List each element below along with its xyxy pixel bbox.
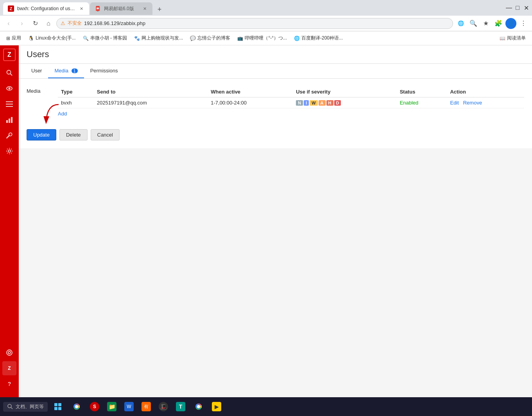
tab-user[interactable]: User [25, 64, 48, 78]
maximize-button[interactable]: □ [515, 5, 520, 11]
bookmark-baidu[interactable]: 🌐 百度翻译-200种语... [291, 33, 346, 43]
tab-nav: User Media 1 Permissions [19, 64, 532, 79]
table-row: bvxh 2025197191@qq.com 1-7,00:00-24:00 N… [58, 97, 524, 108]
th-status: Status [397, 86, 447, 97]
menu-icon[interactable]: ⋮ [518, 18, 529, 29]
minimize-button[interactable]: — [506, 5, 512, 11]
sidebar-item-user[interactable]: Z [2, 361, 16, 375]
zabbix-logo[interactable]: Z [3, 49, 16, 61]
bookmark-reading[interactable]: 📖 阅读清单 [496, 33, 529, 43]
cell-severity: N I W A H D [293, 97, 396, 108]
new-tab-button[interactable]: + [154, 4, 165, 15]
tab-close-1[interactable]: ✕ [78, 5, 84, 12]
taskbar-taskview[interactable] [49, 399, 66, 414]
svg-point-11 [7, 350, 12, 355]
svg-point-14 [8, 404, 11, 408]
svg-rect-5 [6, 104, 13, 104]
bookmark-label-blog: 忘情公子的博客 [197, 35, 230, 41]
cancel-button[interactable]: Cancel [91, 129, 120, 140]
svg-rect-16 [54, 403, 57, 406]
sidebar-item-gear[interactable] [2, 144, 16, 158]
tab-title-2: 网易邮箱6.0版 [104, 5, 138, 12]
cell-send-to: 2025197191@qq.com [94, 97, 208, 108]
sidebar-item-help[interactable]: ? [2, 377, 16, 391]
add-media-link[interactable]: Add [58, 111, 67, 117]
severity-N: N [296, 100, 303, 106]
update-button[interactable]: Update [27, 129, 56, 140]
bookmark-favicon-blog: 💬 [190, 36, 196, 41]
orange-app-icon: 有 [142, 402, 151, 411]
sidebar-item-support[interactable] [2, 346, 16, 360]
sidebar-item-chart[interactable] [2, 113, 16, 127]
sidebar-item-wrench[interactable] [2, 128, 16, 142]
th-type: Type [58, 86, 94, 97]
taskbar-green-app[interactable]: 📁 [104, 399, 120, 414]
browser-frame: Z bwxh: Configuration of users ✕ 📮 网易邮箱6… [0, 0, 532, 416]
taskbar-dark-app[interactable]: 🎩 [156, 399, 171, 414]
severity-A: A [319, 100, 326, 106]
sidebar-item-search[interactable] [2, 66, 16, 80]
page-title: Users [27, 49, 524, 59]
bookmark-apps[interactable]: ⊞ 应用 [3, 33, 24, 43]
svg-rect-4 [6, 101, 13, 102]
bookmark-shop[interactable]: 🐾 网上购物现状与发... [131, 33, 186, 43]
bookmark-label-baidu: 百度翻译-200种语... [301, 35, 343, 41]
taskbar-search[interactable]: 文档、网页等 [3, 402, 48, 412]
tab-permissions[interactable]: Permissions [84, 64, 124, 78]
svg-rect-17 [58, 403, 61, 406]
severity-D: D [334, 100, 341, 106]
browser-tab-1[interactable]: Z bwxh: Configuration of users ✕ [3, 2, 89, 15]
bookmark-icon[interactable]: ★ [480, 18, 491, 29]
th-send-to: Send to [94, 86, 208, 97]
taskbar-yellow-app[interactable]: ▶ [209, 399, 224, 414]
taskbar-search-icon [7, 403, 13, 410]
taskbar-teal-app[interactable]: T [173, 399, 188, 414]
taskbar-search-label: 文档、网页等 [16, 403, 44, 410]
delete-button[interactable]: Delete [59, 129, 88, 140]
extensions-icon[interactable]: 🧩 [493, 18, 504, 29]
taskbar-chrome[interactable] [68, 399, 85, 414]
close-button[interactable]: ✕ [523, 5, 529, 11]
bookmark-linux[interactable]: 🐧 Linux命令大全(手... [25, 33, 79, 43]
tab-title-1: bwxh: Configuration of users [17, 6, 75, 11]
svg-point-12 [8, 351, 11, 354]
taskbar: 文档、网页等 S 📁 W 有 🎩 T [0, 397, 532, 416]
cell-status: Enabled [397, 97, 447, 108]
green-app-icon: 📁 [107, 402, 116, 411]
address-bar[interactable]: ⚠ 不安全 192.168.96.129/zabbix.php [56, 18, 453, 29]
translate-icon[interactable]: 🌐 [455, 18, 466, 29]
svg-rect-6 [6, 106, 13, 107]
svg-rect-9 [11, 117, 13, 123]
svg-rect-7 [6, 120, 8, 123]
sidebar-item-list[interactable] [2, 97, 16, 111]
button-row: Update Delete Cancel [27, 129, 120, 140]
tab-close-2[interactable]: ✕ [142, 5, 148, 12]
chrome-icon [71, 401, 82, 412]
taskbar-red-app[interactable]: S [87, 399, 102, 414]
browser-tab-2[interactable]: 📮 网易邮箱6.0版 ✕ [90, 2, 152, 15]
taskbar-orange-app[interactable]: 有 [138, 399, 154, 414]
bookmark-bilibili[interactable]: 📺 哔哩哔哩（°-°）つ... [234, 33, 290, 43]
app-container: Z Z [0, 45, 532, 397]
bookmark-label-shop: 网上购物现状与发... [142, 35, 183, 41]
svg-line-15 [11, 407, 13, 409]
page-header: Users [19, 45, 532, 64]
edit-link[interactable]: Edit [450, 100, 459, 106]
sidebar-item-eye[interactable] [2, 81, 16, 95]
red-app-icon: S [90, 402, 99, 411]
remove-link[interactable]: Remove [463, 100, 482, 106]
security-icon: ⚠ [61, 20, 65, 26]
back-button[interactable]: ‹ [3, 18, 14, 29]
forward-button[interactable]: › [16, 18, 27, 29]
form-section: Media Type Send to When active Use if se… [19, 79, 532, 148]
home-button[interactable]: ⌂ [43, 18, 54, 29]
bookmark-blog[interactable]: 💬 忘情公子的博客 [187, 33, 233, 43]
search-icon[interactable]: 🔍 [468, 18, 479, 29]
tab-media[interactable]: Media 1 [48, 64, 84, 78]
taskbar-chrome2[interactable] [190, 399, 207, 414]
profile-icon[interactable]: 👤 [505, 18, 516, 29]
bookmark-chuanwei[interactable]: 🔍 串微小胡 - 博客园 [80, 33, 131, 43]
taskbar-blue-app[interactable]: W [121, 399, 137, 414]
reload-button[interactable]: ↻ [30, 18, 41, 29]
media-table-container: Type Send to When active Use if severity… [58, 86, 524, 117]
